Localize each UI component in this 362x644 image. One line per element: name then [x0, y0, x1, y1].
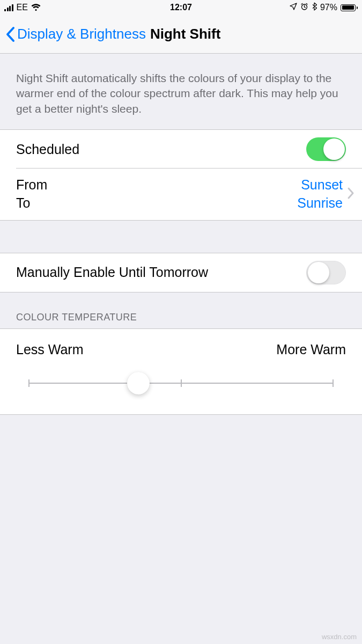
slider-tick-min [28, 379, 29, 387]
manual-group: Manually Enable Until Tomorrow [0, 253, 362, 292]
manual-enable-toggle[interactable] [306, 261, 346, 284]
spacer [0, 221, 362, 253]
schedule-time-labels: From To [16, 176, 297, 213]
status-left: EE [4, 3, 41, 12]
chevron-right-icon [347, 187, 354, 202]
manual-enable-row: Manually Enable Until Tomorrow [0, 253, 362, 292]
cellular-signal-icon [4, 4, 13, 11]
slider-tick-max [333, 379, 334, 387]
to-value: Sunrise [297, 194, 343, 213]
wifi-icon [31, 4, 41, 11]
nav-header: Display & Brightness Night Shift [0, 15, 362, 54]
slider-labels: Less Warm More Warm [16, 342, 346, 357]
bluetooth-icon [312, 2, 317, 13]
battery-icon [341, 4, 358, 11]
more-warm-label: More Warm [276, 342, 346, 357]
slider-tick-mid [181, 379, 182, 387]
battery-percent: 97% [320, 3, 337, 12]
scheduled-label: Scheduled [16, 142, 306, 157]
page-title: Night Shift [150, 26, 220, 42]
night-shift-description: Night Shift automatically shifts the col… [0, 54, 362, 129]
scheduled-toggle[interactable] [306, 137, 346, 161]
slider-thumb[interactable] [127, 372, 150, 394]
scheduled-row: Scheduled [0, 130, 362, 169]
back-label: Display & Brightness [17, 26, 146, 42]
from-value: Sunset [297, 176, 343, 194]
to-label: To [16, 194, 297, 213]
carrier-label: EE [17, 3, 28, 12]
scheduled-group: Scheduled From To Sunset Sunrise [0, 129, 362, 221]
manual-enable-label: Manually Enable Until Tomorrow [16, 265, 306, 280]
schedule-time-row[interactable]: From To Sunset Sunrise [0, 169, 362, 220]
status-bar: EE 12:07 97% [0, 0, 362, 15]
chevron-left-icon [5, 26, 15, 42]
from-label: From [16, 176, 297, 194]
colour-temperature-slider[interactable] [29, 374, 333, 393]
back-button[interactable]: Display & Brightness [5, 26, 146, 42]
watermark: wsxdn.com [322, 633, 357, 641]
alarm-icon [300, 3, 308, 13]
less-warm-label: Less Warm [16, 342, 83, 357]
status-right: 97% [290, 2, 358, 13]
location-icon [290, 3, 297, 12]
colour-temperature-section: Less Warm More Warm [0, 328, 362, 415]
schedule-time-values: Sunset Sunrise [297, 176, 343, 213]
colour-temperature-header: COLOUR TEMPERATURE [0, 292, 362, 328]
status-time: 12:07 [170, 3, 192, 12]
